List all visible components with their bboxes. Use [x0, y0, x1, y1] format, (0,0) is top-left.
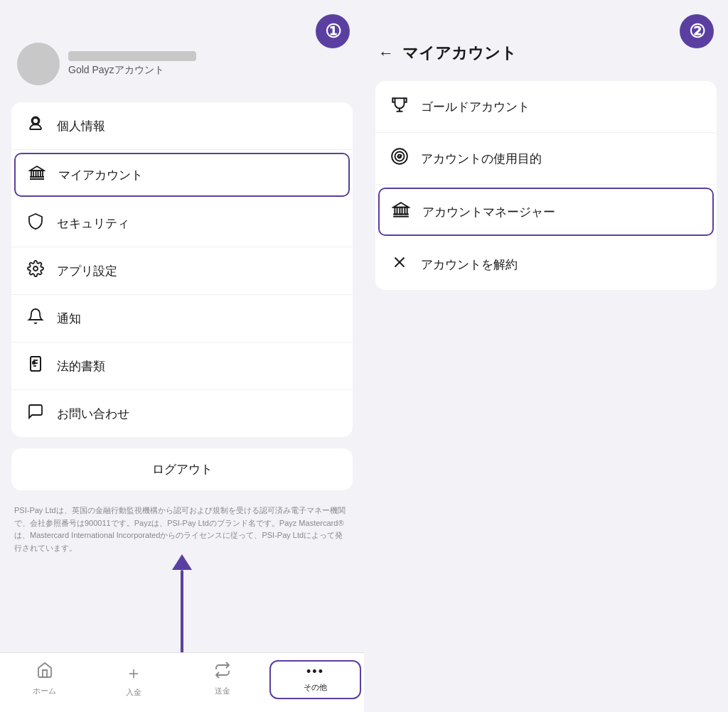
sidebar-item-my-account[interactable]: マイアカウント — [14, 153, 350, 197]
profile-name-bar — [68, 51, 196, 61]
logout-button[interactable]: ログアウト — [11, 448, 353, 490]
my-account-label: マイアカウント — [58, 167, 143, 183]
nav-deposit[interactable]: ＋ 入金 — [89, 659, 178, 701]
arrow-indicator — [172, 554, 192, 655]
right-header: ← マイアカウント — [364, 0, 728, 75]
avatar — [17, 43, 60, 85]
target-icon — [390, 147, 410, 170]
svg-rect-6 — [41, 171, 43, 177]
profile-name-block: Gold Payzアカウント — [68, 51, 196, 77]
account-purpose-label: アカウントの使用目的 — [421, 151, 542, 167]
step-badge-2: ② — [680, 14, 714, 48]
more-icon: ••• — [306, 664, 324, 679]
person-icon — [26, 115, 46, 136]
svg-rect-24 — [405, 207, 407, 215]
right-menu-card: ゴールドアカウント アカウントの使用目的 — [375, 81, 717, 290]
logout-label: ログアウト — [152, 463, 213, 476]
sidebar-item-app-settings[interactable]: アプリ設定 — [11, 247, 353, 295]
profile-section: Gold Payzアカウント — [0, 0, 364, 97]
bottom-nav: ホーム ＋ 入金 送金 ••• その他 — [0, 652, 364, 712]
svg-rect-22 — [395, 207, 397, 215]
nav-home[interactable]: ホーム — [0, 659, 89, 701]
main-menu-card: 個人情報 マイアカウント セキュリティ — [11, 102, 353, 437]
chat-icon — [26, 403, 46, 424]
svg-rect-5 — [36, 171, 38, 177]
back-button[interactable]: ← — [378, 44, 394, 63]
left-panel: ① Gold Payzアカウント 個人情報 — [0, 0, 364, 712]
home-label: ホーム — [33, 686, 56, 696]
document-icon — [26, 355, 46, 377]
legal-label: 法的書類 — [57, 358, 105, 374]
account-label: Gold Payzアカウント — [68, 64, 196, 77]
bank-icon-left — [27, 164, 47, 185]
sidebar-item-security[interactable]: セキュリティ — [11, 200, 353, 247]
more-label: その他 — [304, 682, 327, 693]
right-panel: ② ← マイアカウント ゴールドアカウント — [364, 0, 728, 712]
svg-rect-10 — [31, 357, 41, 371]
notifications-label: 通知 — [57, 311, 81, 327]
svg-point-0 — [33, 118, 38, 124]
transfer-icon — [214, 662, 231, 683]
right-item-close-account[interactable]: アカウントを解約 — [375, 239, 717, 290]
shield-icon — [26, 212, 46, 234]
account-manager-label: アカウントマネージャー — [422, 204, 555, 220]
sidebar-item-personal[interactable]: 個人情報 — [11, 102, 353, 150]
arrow-line — [181, 570, 183, 655]
sidebar-item-notifications[interactable]: 通知 — [11, 295, 353, 342]
gear-icon — [26, 260, 46, 281]
close-icon — [390, 253, 410, 276]
close-account-label: アカウントを解約 — [421, 257, 518, 273]
app-settings-label: アプリ設定 — [57, 263, 117, 279]
sidebar-item-legal[interactable]: 法的書類 — [11, 342, 353, 390]
personal-label: 個人情報 — [57, 118, 105, 134]
transfer-label: 送金 — [215, 686, 230, 696]
svg-point-9 — [33, 266, 38, 271]
svg-rect-4 — [31, 171, 33, 177]
deposit-icon: ＋ — [125, 662, 142, 684]
svg-rect-23 — [400, 207, 402, 215]
gold-account-label: ゴールドアカウント — [421, 99, 530, 115]
svg-marker-21 — [393, 203, 409, 207]
security-label: セキュリティ — [57, 215, 129, 232]
arrow-head — [172, 554, 192, 570]
nav-more[interactable]: ••• その他 — [269, 660, 361, 699]
right-title: マイアカウント — [402, 43, 517, 64]
right-item-gold-account[interactable]: ゴールドアカウント — [375, 81, 717, 133]
contact-label: お問い合わせ — [57, 406, 129, 422]
nav-transfer[interactable]: 送金 — [178, 659, 267, 701]
trophy-icon — [390, 95, 410, 118]
bank-icon-right — [391, 200, 411, 223]
right-item-account-purpose[interactable]: アカウントの使用目的 — [375, 133, 717, 185]
bell-icon — [26, 308, 46, 329]
sidebar-item-contact[interactable]: お問い合わせ — [11, 390, 353, 437]
home-icon — [36, 662, 53, 683]
step-badge-1: ① — [316, 14, 350, 48]
deposit-label: 入金 — [126, 687, 141, 698]
svg-rect-14 — [31, 357, 41, 371]
right-item-account-manager[interactable]: アカウントマネージャー — [378, 188, 714, 236]
